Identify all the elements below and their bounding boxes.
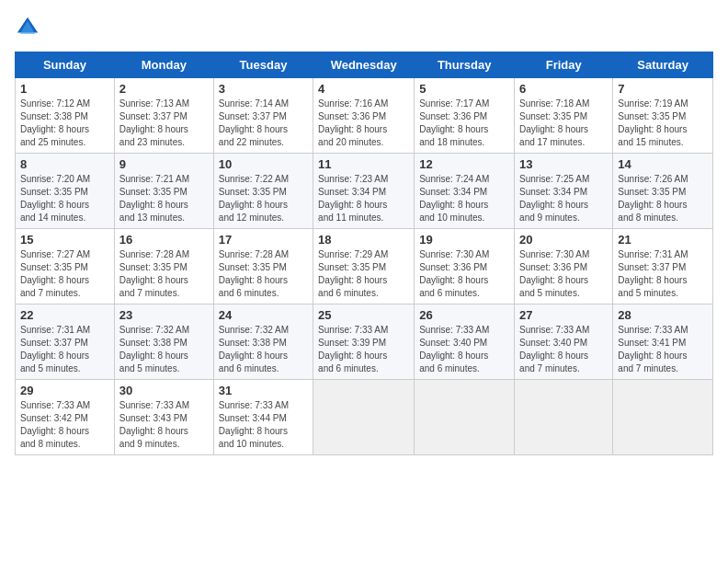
logo <box>15 15 44 40</box>
calendar-cell: 11Sunrise: 7:23 AMSunset: 3:34 PMDayligh… <box>313 154 415 229</box>
day-number: 25 <box>318 308 409 322</box>
calendar-cell: 8Sunrise: 7:20 AMSunset: 3:35 PMDaylight… <box>16 154 115 229</box>
calendar-cell: 5Sunrise: 7:17 AMSunset: 3:36 PMDaylight… <box>415 78 515 154</box>
day-info: Sunrise: 7:12 AMSunset: 3:38 PMDaylight:… <box>20 98 109 149</box>
day-number: 13 <box>519 157 608 171</box>
day-info: Sunrise: 7:22 AMSunset: 3:35 PMDaylight:… <box>219 173 308 224</box>
day-number: 5 <box>419 82 509 96</box>
day-number: 14 <box>618 157 708 171</box>
day-info: Sunrise: 7:17 AMSunset: 3:36 PMDaylight:… <box>419 98 509 149</box>
day-info: Sunrise: 7:33 AMSunset: 3:44 PMDaylight:… <box>219 399 308 451</box>
day-info: Sunrise: 7:30 AMSunset: 3:36 PMDaylight:… <box>519 248 608 300</box>
calendar-cell: 3Sunrise: 7:14 AMSunset: 3:37 PMDaylight… <box>213 78 313 154</box>
calendar-cell: 31Sunrise: 7:33 AMSunset: 3:44 PMDayligh… <box>213 380 313 455</box>
weekday-header-sunday: Sunday <box>16 52 115 78</box>
day-number: 4 <box>318 82 409 96</box>
calendar-cell: 24Sunrise: 7:32 AMSunset: 3:38 PMDayligh… <box>213 304 313 380</box>
day-number: 22 <box>20 308 109 322</box>
calendar-cell: 7Sunrise: 7:19 AMSunset: 3:35 PMDaylight… <box>613 78 713 154</box>
day-number: 12 <box>419 157 509 171</box>
calendar-cell: 1Sunrise: 7:12 AMSunset: 3:38 PMDaylight… <box>16 78 115 154</box>
day-info: Sunrise: 7:25 AMSunset: 3:34 PMDaylight:… <box>519 173 608 224</box>
day-info: Sunrise: 7:26 AMSunset: 3:35 PMDaylight:… <box>618 173 708 224</box>
day-info: Sunrise: 7:33 AMSunset: 3:43 PMDaylight:… <box>119 399 209 451</box>
calendar-week-4: 22Sunrise: 7:31 AMSunset: 3:37 PMDayligh… <box>16 304 713 380</box>
day-info: Sunrise: 7:33 AMSunset: 3:41 PMDaylight:… <box>618 324 708 375</box>
day-number: 31 <box>219 384 308 397</box>
calendar-cell: 15Sunrise: 7:27 AMSunset: 3:35 PMDayligh… <box>16 229 115 304</box>
day-number: 21 <box>618 233 708 247</box>
day-info: Sunrise: 7:14 AMSunset: 3:37 PMDaylight:… <box>219 98 308 149</box>
calendar-cell <box>515 380 613 455</box>
day-info: Sunrise: 7:32 AMSunset: 3:38 PMDaylight:… <box>119 324 209 375</box>
day-info: Sunrise: 7:13 AMSunset: 3:37 PMDaylight:… <box>119 98 209 149</box>
day-info: Sunrise: 7:33 AMSunset: 3:42 PMDaylight:… <box>20 399 109 451</box>
day-info: Sunrise: 7:19 AMSunset: 3:35 PMDaylight:… <box>618 98 708 149</box>
day-number: 2 <box>119 82 209 96</box>
day-number: 26 <box>419 308 509 322</box>
weekday-header-saturday: Saturday <box>613 52 713 78</box>
calendar-cell: 25Sunrise: 7:33 AMSunset: 3:39 PMDayligh… <box>313 304 415 380</box>
day-number: 11 <box>318 157 409 171</box>
calendar-cell: 10Sunrise: 7:22 AMSunset: 3:35 PMDayligh… <box>213 154 313 229</box>
calendar-week-2: 8Sunrise: 7:20 AMSunset: 3:35 PMDaylight… <box>16 154 713 229</box>
day-number: 29 <box>20 384 109 397</box>
calendar-cell: 16Sunrise: 7:28 AMSunset: 3:35 PMDayligh… <box>114 229 213 304</box>
day-number: 24 <box>219 308 308 322</box>
calendar-cell: 2Sunrise: 7:13 AMSunset: 3:37 PMDaylight… <box>114 78 213 154</box>
day-number: 23 <box>119 308 209 322</box>
day-info: Sunrise: 7:30 AMSunset: 3:36 PMDaylight:… <box>419 248 509 300</box>
calendar-cell: 26Sunrise: 7:33 AMSunset: 3:40 PMDayligh… <box>415 304 515 380</box>
calendar-cell: 14Sunrise: 7:26 AMSunset: 3:35 PMDayligh… <box>613 154 713 229</box>
day-info: Sunrise: 7:18 AMSunset: 3:35 PMDaylight:… <box>519 98 608 149</box>
weekday-header-thursday: Thursday <box>415 52 515 78</box>
day-info: Sunrise: 7:28 AMSunset: 3:35 PMDaylight:… <box>119 248 209 300</box>
day-number: 19 <box>419 233 509 247</box>
weekday-header-wednesday: Wednesday <box>313 52 415 78</box>
calendar-cell: 9Sunrise: 7:21 AMSunset: 3:35 PMDaylight… <box>114 154 213 229</box>
calendar-cell: 28Sunrise: 7:33 AMSunset: 3:41 PMDayligh… <box>613 304 713 380</box>
day-info: Sunrise: 7:31 AMSunset: 3:37 PMDaylight:… <box>618 248 708 300</box>
weekday-header-monday: Monday <box>114 52 213 78</box>
day-number: 15 <box>20 233 109 247</box>
day-info: Sunrise: 7:16 AMSunset: 3:36 PMDaylight:… <box>318 98 409 149</box>
day-number: 20 <box>519 233 608 247</box>
calendar-cell: 6Sunrise: 7:18 AMSunset: 3:35 PMDaylight… <box>515 78 613 154</box>
calendar-cell: 13Sunrise: 7:25 AMSunset: 3:34 PMDayligh… <box>515 154 613 229</box>
calendar-cell: 12Sunrise: 7:24 AMSunset: 3:34 PMDayligh… <box>415 154 515 229</box>
day-number: 18 <box>318 233 409 247</box>
day-number: 10 <box>219 157 308 171</box>
calendar-cell: 17Sunrise: 7:28 AMSunset: 3:35 PMDayligh… <box>213 229 313 304</box>
calendar-cell: 29Sunrise: 7:33 AMSunset: 3:42 PMDayligh… <box>16 380 115 455</box>
calendar-cell: 18Sunrise: 7:29 AMSunset: 3:35 PMDayligh… <box>313 229 415 304</box>
day-number: 8 <box>20 157 109 171</box>
day-info: Sunrise: 7:28 AMSunset: 3:35 PMDaylight:… <box>219 248 308 300</box>
logo-icon <box>15 15 40 40</box>
calendar-cell: 30Sunrise: 7:33 AMSunset: 3:43 PMDayligh… <box>114 380 213 455</box>
calendar-week-5: 29Sunrise: 7:33 AMSunset: 3:42 PMDayligh… <box>16 380 713 455</box>
day-number: 16 <box>119 233 209 247</box>
calendar-cell: 21Sunrise: 7:31 AMSunset: 3:37 PMDayligh… <box>613 229 713 304</box>
day-info: Sunrise: 7:29 AMSunset: 3:35 PMDaylight:… <box>318 248 409 300</box>
day-info: Sunrise: 7:23 AMSunset: 3:34 PMDaylight:… <box>318 173 409 224</box>
day-number: 27 <box>519 308 608 322</box>
day-number: 28 <box>618 308 708 322</box>
calendar-cell: 20Sunrise: 7:30 AMSunset: 3:36 PMDayligh… <box>515 229 613 304</box>
weekday-header-friday: Friday <box>515 52 613 78</box>
day-number: 7 <box>618 82 708 96</box>
day-number: 9 <box>119 157 209 171</box>
day-number: 3 <box>219 82 308 96</box>
day-info: Sunrise: 7:33 AMSunset: 3:40 PMDaylight:… <box>419 324 509 375</box>
day-number: 30 <box>119 384 209 397</box>
calendar-cell: 23Sunrise: 7:32 AMSunset: 3:38 PMDayligh… <box>114 304 213 380</box>
header <box>15 15 713 40</box>
day-info: Sunrise: 7:24 AMSunset: 3:34 PMDaylight:… <box>419 173 509 224</box>
day-info: Sunrise: 7:27 AMSunset: 3:35 PMDaylight:… <box>20 248 109 300</box>
day-info: Sunrise: 7:32 AMSunset: 3:38 PMDaylight:… <box>219 324 308 375</box>
calendar-cell <box>613 380 713 455</box>
calendar-cell <box>313 380 415 455</box>
day-info: Sunrise: 7:33 AMSunset: 3:40 PMDaylight:… <box>519 324 608 375</box>
day-number: 17 <box>219 233 308 247</box>
day-number: 1 <box>20 82 109 96</box>
calendar-week-3: 15Sunrise: 7:27 AMSunset: 3:35 PMDayligh… <box>16 229 713 304</box>
